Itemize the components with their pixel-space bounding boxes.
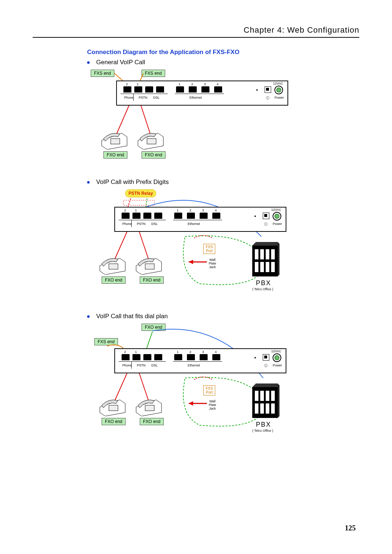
svg-marker-40: [252, 383, 278, 387]
diagram-general-voip: FXS end FXS end 2 1 Phone PSTN DSL: [87, 70, 359, 171]
wall-plate-label: Wall Plate Jack: [209, 258, 216, 269]
svg-rect-7: [147, 139, 156, 144]
svg-rect-12: [123, 200, 154, 205]
port-num: 4: [217, 82, 219, 86]
fxs-port-tag: FXS Port: [203, 244, 215, 254]
power-label: 12VAC: [273, 82, 283, 85]
port-label: PSTN: [139, 96, 147, 99]
svg-rect-45: [271, 391, 275, 401]
svg-rect-24: [266, 249, 269, 259]
diagram-dial-plan: FXO end FXS end 2 1: [87, 324, 359, 447]
pbx-sublabel: ( Telco Office ): [252, 287, 273, 291]
svg-rect-48: [266, 403, 269, 414]
svg-rect-29: [271, 262, 275, 272]
router-device: 2 1 Phone PSTN DSL 1 2 3 4 Ethernet 12VA…: [116, 81, 288, 106]
svg-rect-46: [255, 403, 258, 414]
svg-marker-16: [189, 260, 193, 264]
svg-rect-47: [260, 403, 264, 414]
svg-rect-44: [266, 391, 269, 401]
bullet-general-voip: General VoIP Call: [87, 59, 359, 66]
svg-rect-38: [145, 405, 154, 411]
svg-rect-26: [255, 262, 258, 272]
port-num: 2: [191, 82, 193, 86]
pbx-building-icon: [250, 383, 279, 420]
fxs-port-tag: FXS Port: [203, 385, 215, 395]
chapter-header: Chapter 4: Web Configuration: [33, 25, 359, 38]
port-label: Phone: [123, 96, 134, 99]
svg-marker-20: [252, 242, 278, 246]
fxo-end-tag: FXO end: [102, 276, 126, 284]
fxo-end-tag: FXO end: [102, 418, 126, 425]
phone-icon: [100, 130, 129, 149]
power-text: Power: [274, 96, 284, 99]
svg-rect-28: [266, 262, 269, 272]
phone-icon: [136, 130, 165, 149]
phone-icon: [98, 396, 127, 416]
bullet-label: VoIP Call that fits dial plan: [96, 313, 168, 320]
fxo-end-tag: FXO end: [142, 151, 166, 159]
svg-rect-42: [255, 391, 258, 401]
bullet-prefix-digits: VoIP Call with Prefix Digits: [87, 178, 359, 186]
svg-marker-21: [278, 242, 279, 276]
pbx-label: PBX: [256, 279, 271, 287]
svg-rect-25: [271, 249, 275, 259]
svg-rect-27: [260, 262, 264, 272]
diagram-prefix-digits: PSTN Relay 2 1: [87, 189, 359, 305]
phone-icon: [134, 396, 163, 416]
router-device: 2 1 Phone PSTN DSL 1 2 3 4 Ethernet 12VA…: [114, 348, 286, 373]
info-icon: ⓘ: [266, 96, 269, 100]
port-label: Ethernet: [189, 96, 202, 99]
phone-icon: [134, 255, 163, 275]
bullet-icon: [87, 181, 90, 184]
svg-marker-41: [278, 383, 279, 418]
pbx-sublabel: ( Telco Office ): [252, 429, 273, 432]
pbx-label: PBX: [256, 421, 271, 428]
bullet-label: VoIP Call with Prefix Digits: [96, 178, 169, 186]
svg-rect-23: [260, 249, 264, 259]
fxo-end-tag: FXO end: [140, 418, 164, 425]
svg-rect-43: [260, 391, 264, 401]
page-number: 125: [345, 524, 356, 532]
svg-rect-37: [109, 405, 118, 411]
port-num: 3: [204, 82, 206, 86]
port-num: 2: [126, 82, 128, 86]
bullet-dial-plan: VoIP Call that fits dial plan: [87, 313, 359, 320]
svg-rect-49: [271, 403, 275, 414]
port-num: 1: [137, 82, 139, 86]
page: Chapter 4: Web Configuration Connection …: [0, 0, 392, 554]
svg-rect-17: [109, 264, 118, 269]
svg-rect-18: [145, 264, 154, 269]
router-device: 2 1 Phone PSTN DSL 1 2 3 4 Ethernet 12VA…: [114, 207, 286, 232]
pbx-building-icon: [250, 242, 279, 278]
bullet-icon: [87, 61, 90, 64]
port-num: 1: [179, 82, 180, 86]
svg-rect-6: [111, 139, 120, 144]
svg-rect-22: [255, 249, 258, 259]
wall-plate-label: Wall Plate Jack: [209, 400, 216, 411]
section-title: Connection Diagram for the Application o…: [87, 49, 359, 56]
phone-icon: [98, 255, 127, 275]
port-label: DSL: [153, 96, 160, 99]
bullet-icon: [87, 315, 90, 318]
bullet-label: General VoIP Call: [96, 59, 145, 66]
fxo-end-tag: FXO end: [140, 276, 164, 284]
svg-marker-36: [189, 401, 193, 406]
fxo-end-tag: FXO end: [103, 151, 127, 159]
